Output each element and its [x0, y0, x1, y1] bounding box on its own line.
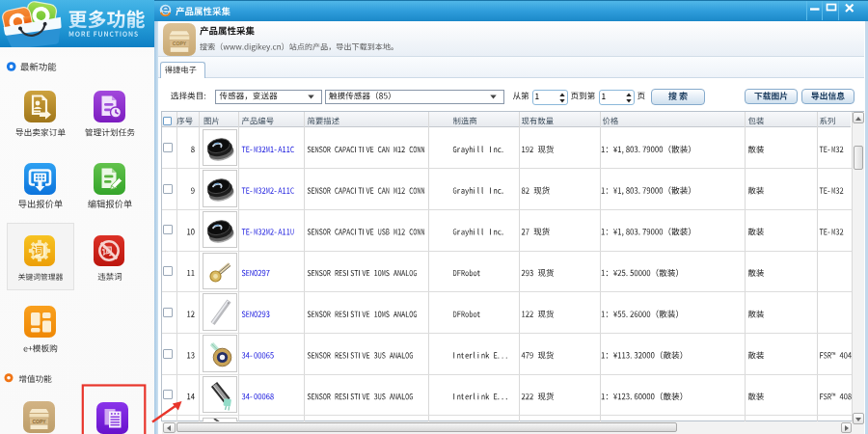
- svg-text:COPY: COPY: [173, 41, 187, 46]
- svg-text:COPY: COPY: [32, 418, 46, 423]
